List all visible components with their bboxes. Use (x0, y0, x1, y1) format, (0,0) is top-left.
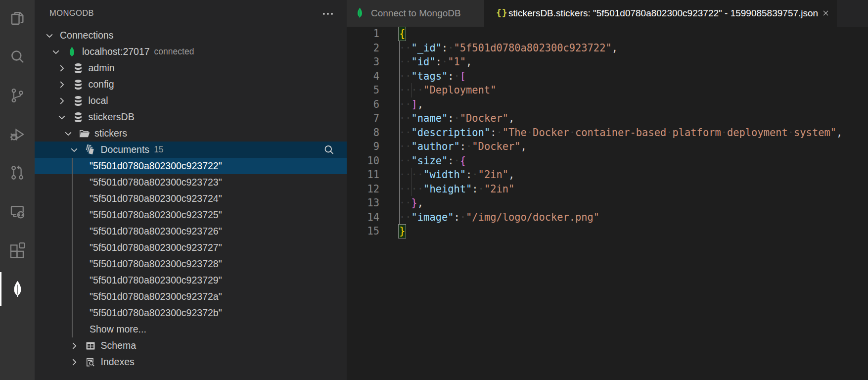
code-token: : (442, 42, 448, 54)
search-documents-icon[interactable] (323, 144, 335, 156)
code-token: "2in" (478, 169, 508, 181)
code-token: [ (460, 70, 466, 82)
line-number: 2 (347, 41, 379, 55)
code-token: "1" (448, 56, 466, 68)
docs-icon (85, 144, 96, 156)
close-tab-icon[interactable] (822, 9, 830, 18)
tree-item-5f501d0780a802300c923725[interactable]: "5f501d0780a802300c923725" (35, 207, 347, 223)
tree-item-admin[interactable]: admin (35, 60, 347, 76)
tree-item-label: stickersDB (89, 109, 135, 125)
tree-item-connections[interactable]: Connections (35, 27, 347, 44)
code-token: "height" (423, 183, 472, 195)
code-token: · (448, 42, 454, 54)
code-token: : (490, 127, 496, 139)
more-actions-icon[interactable] (319, 8, 337, 20)
code-token: · (569, 127, 575, 139)
chevron-down-icon (62, 128, 74, 140)
tree-item-5f501d0780a802300c923729[interactable]: "5f501d0780a802300c923729" (35, 272, 347, 288)
tree-item-stickers[interactable]: stickers (35, 125, 347, 142)
tree-item-label: Documents (101, 142, 150, 158)
search-icon[interactable] (0, 38, 35, 76)
code-text: ····"height":·"2in" (399, 182, 514, 196)
code-token: ·· (399, 127, 411, 139)
tree-item-show-more[interactable]: Show more... (35, 321, 347, 337)
tab-bar: Connect to MongoDB{}stickersDB.stickers:… (347, 0, 868, 27)
code-token: : (448, 155, 454, 167)
line-number: 15 (347, 224, 379, 238)
code-token: "name" (411, 112, 448, 124)
code-token: · (478, 183, 484, 195)
line-number: 12 (347, 182, 379, 196)
tree-item-label: "5f501d0780a802300c923723" (90, 174, 222, 190)
tree-item-label: local (89, 93, 108, 109)
tree-item-5f501d0780a802300c923723[interactable]: "5f501d0780a802300c923723" (35, 174, 347, 190)
run-debug-icon[interactable] (0, 115, 35, 153)
tree-item-5f501d0780a802300c923724[interactable]: "5f501d0780a802300c923724" (35, 190, 347, 207)
code-token: ·· (399, 56, 411, 68)
tree-item-documents[interactable]: Documents15 (35, 142, 347, 158)
tab-document-json[interactable]: {}stickersDB.stickers: "5f501d0780a80230… (484, 0, 837, 27)
tree-item-indexes[interactable]: Indexes (35, 354, 347, 370)
code-token: · (454, 112, 460, 124)
tree-item-config[interactable]: config (35, 76, 347, 93)
tree-item-5f501d0780a802300c923728[interactable]: "5f501d0780a802300c923728" (35, 256, 347, 272)
code-token: "Docker" (460, 112, 508, 124)
code-token: : (454, 211, 460, 223)
code-line: 14··"image":·"/img/logo/docker.png" (347, 210, 868, 225)
code-text: ··"size":·{ (399, 154, 466, 168)
line-number: 13 (347, 196, 379, 210)
code-token: : (466, 169, 472, 181)
mongodb-icon[interactable] (0, 270, 35, 308)
explorer-icon[interactable] (0, 0, 35, 38)
code-token: "The (503, 127, 527, 139)
pull-request-icon[interactable] (0, 153, 35, 192)
code-token: : (472, 183, 478, 195)
code-token: · (472, 169, 478, 181)
code-token: { (460, 155, 466, 167)
remote-explorer-icon[interactable] (0, 192, 35, 231)
database-icon (72, 95, 84, 107)
code-token: "Deployment" (423, 84, 496, 96)
editor-area: Connect to MongoDB{}stickersDB.stickers:… (347, 0, 868, 380)
tree-item-label: "5f501d0780a802300c923722" (90, 158, 222, 174)
activity-bar (0, 0, 35, 380)
tree-item-localhost-27017[interactable]: localhost:27017connected (35, 44, 347, 60)
code-text: ····"width":·"2in", (399, 168, 514, 182)
tree-item-label: "5f501d0780a802300c923725" (90, 207, 222, 223)
code-token: "description" (411, 127, 491, 139)
code-token: system" (794, 127, 836, 139)
code-token: · (788, 127, 794, 139)
code-token: Docker (533, 127, 569, 139)
code-token: · (442, 56, 448, 68)
code-token: { (399, 28, 405, 40)
tree-item-schema[interactable]: Schema (35, 337, 347, 354)
tab-connect-to-mongodb[interactable]: Connect to MongoDB (347, 0, 484, 27)
extensions-icon[interactable] (0, 231, 35, 269)
line-number: 6 (347, 97, 379, 112)
tree-item-5f501d0780a802300c92372a[interactable]: "5f501d0780a802300c92372a" (35, 288, 347, 305)
tree-item-5f501d0780a802300c923727[interactable]: "5f501d0780a802300c923727" (35, 239, 347, 256)
tree-item-label: "5f501d0780a802300c923726" (90, 223, 222, 239)
code-token: ] (411, 98, 417, 110)
tree-item-label: "5f501d0780a802300c923727" (90, 239, 222, 256)
database-icon (72, 111, 84, 123)
tree-item-label: Connections (60, 27, 113, 44)
tree-item-local[interactable]: local (35, 93, 347, 109)
chevron-down-icon (56, 111, 68, 123)
code-token: "2in" (484, 183, 514, 195)
tree-item-stickersdb[interactable]: stickersDB (35, 109, 347, 125)
tree-item-5f501d0780a802300c923726[interactable]: "5f501d0780a802300c923726" (35, 223, 347, 239)
tree-item-5f501d0780a802300c923722[interactable]: "5f501d0780a802300c923722" (35, 158, 347, 174)
tree-item-label: Show more... (90, 321, 146, 337)
tree-item-label: Schema (101, 337, 137, 354)
tree-item-label: "5f501d0780a802300c92372a" (90, 288, 222, 305)
source-control-icon[interactable] (0, 76, 35, 115)
tree-item-label: admin (89, 60, 115, 76)
connection-status: connected (154, 44, 194, 60)
tree-item-5f501d0780a802300c92372b[interactable]: "5f501d0780a802300c92372b" (35, 305, 347, 321)
code-token: : (436, 56, 442, 68)
tree-indent-guide (72, 158, 73, 337)
code-token: : (448, 112, 454, 124)
code-editor[interactable]: 1{2··"_id":·"5f501d0780a802300c923722",3… (347, 27, 868, 380)
code-token: ·· (399, 112, 411, 124)
